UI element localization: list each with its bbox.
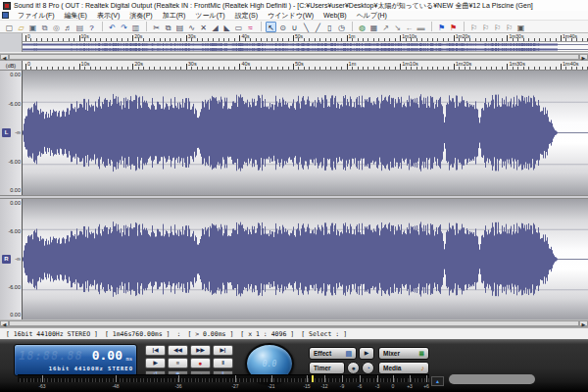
record-button[interactable]: ● bbox=[190, 358, 211, 368]
fast-forward-button[interactable]: ▶▶ bbox=[190, 345, 211, 356]
arrow-forward-icon[interactable]: ↗ bbox=[380, 22, 391, 32]
marker-prev-icon[interactable]: ⚐ bbox=[480, 22, 491, 32]
menu-window[interactable]: ウインドウ(W) bbox=[263, 11, 318, 21]
cut-wave-icon[interactable]: ✂ bbox=[151, 22, 162, 32]
menu-web[interactable]: Web(B) bbox=[318, 12, 352, 19]
stop-button[interactable]: ■ bbox=[168, 358, 188, 368]
marker-list-icon[interactable]: ▣ bbox=[515, 22, 526, 32]
toolbar-separator bbox=[431, 22, 432, 31]
media-grid-icon[interactable]: ▦ bbox=[368, 22, 379, 32]
history-icon[interactable]: ▥ bbox=[130, 22, 141, 32]
file-list-icon[interactable]: ▤ bbox=[74, 22, 85, 32]
arrow-back-icon[interactable]: ← bbox=[404, 22, 415, 32]
ruler-tick bbox=[400, 64, 401, 70]
save-as-icon[interactable]: ⧉ bbox=[39, 22, 50, 32]
marker-red-flag-icon[interactable]: ⚑ bbox=[448, 22, 459, 32]
menu-settings[interactable]: 設定(S) bbox=[230, 11, 263, 21]
meter-tick bbox=[390, 378, 391, 382]
meter-expand-button[interactable]: ▲ bbox=[431, 376, 444, 386]
scroll-right-icon[interactable]: ▶ bbox=[579, 320, 588, 326]
insert-silence-icon[interactable]: ▭ bbox=[233, 22, 244, 32]
fade-in-icon[interactable]: ◢ bbox=[210, 22, 220, 32]
ruler-tick bbox=[389, 67, 390, 70]
ruler-tick bbox=[502, 67, 503, 70]
mixer-button[interactable]: Mixer ≣ bbox=[378, 347, 429, 360]
editor-scroll-thumb[interactable] bbox=[9, 320, 579, 326]
ruler-tick bbox=[175, 38, 176, 41]
level-meter-scale bbox=[18, 374, 429, 382]
copy-wave-icon[interactable]: ⧉ bbox=[163, 22, 173, 32]
status-selection: [ Select : ] bbox=[301, 330, 347, 338]
ruler-tick bbox=[138, 38, 139, 41]
rewind-button[interactable]: ◀◀ bbox=[168, 345, 188, 356]
left-channel-waveform[interactable] bbox=[23, 71, 588, 195]
meter-tick bbox=[387, 378, 388, 382]
redo-icon[interactable]: ↷ bbox=[119, 22, 129, 32]
effect-button[interactable]: Effect ▤ bbox=[309, 347, 357, 360]
ruler-tick bbox=[427, 38, 428, 41]
menu-edit[interactable]: 編集(E) bbox=[60, 11, 92, 21]
pause-button[interactable]: ‖ bbox=[213, 358, 233, 368]
paste-mix-icon[interactable]: ∿ bbox=[186, 22, 197, 32]
ruler-tick bbox=[143, 67, 144, 70]
overview-scroll-thumb[interactable] bbox=[9, 54, 579, 60]
media-button[interactable]: Media ♪ bbox=[378, 362, 429, 374]
eraser-tool-icon[interactable]: ▯ bbox=[324, 22, 335, 32]
marker-first-icon[interactable]: ⚐ bbox=[468, 22, 479, 32]
open-audio-cd-icon[interactable]: ◎ bbox=[51, 22, 62, 32]
scroll-left-icon[interactable]: ◀ bbox=[0, 320, 9, 326]
clock-icon[interactable]: ◔ bbox=[362, 362, 374, 374]
timer-record-icon[interactable]: ● bbox=[347, 362, 360, 374]
zoom-tool-icon[interactable]: ⊙ bbox=[277, 22, 288, 32]
go-start-button[interactable]: |◀ bbox=[145, 345, 166, 356]
marker-next-icon[interactable]: ⚐ bbox=[492, 22, 503, 32]
menu-view[interactable]: 表示(V) bbox=[92, 11, 124, 21]
ruler-tick bbox=[347, 64, 348, 70]
web-publish-icon[interactable]: ◍ bbox=[357, 22, 368, 32]
meter-label: -48 bbox=[112, 383, 119, 389]
menu-file[interactable]: ファイル(F) bbox=[13, 11, 60, 21]
meter-tick bbox=[61, 378, 62, 382]
hand-tool-icon[interactable]: ∪ bbox=[289, 22, 300, 32]
menu-process[interactable]: 加工(R) bbox=[158, 11, 191, 21]
meter-tick bbox=[411, 378, 412, 382]
editor-time-ruler[interactable]: 010s20s30s40s50s1m1m10s1m20s1m30s1m40s bbox=[23, 61, 588, 71]
scroll-right-icon[interactable]: ▶ bbox=[579, 54, 588, 60]
right-waveform-canvas bbox=[23, 199, 588, 319]
line-tool-icon[interactable]: ╲ bbox=[301, 22, 312, 32]
delete-wave-icon[interactable]: ✕ bbox=[198, 22, 209, 32]
right-channel-waveform[interactable] bbox=[23, 199, 588, 319]
ruler-tick bbox=[378, 38, 379, 41]
play-button[interactable]: ▶ bbox=[145, 358, 166, 368]
editor-scrollbar[interactable]: ◀ ▶ bbox=[0, 319, 588, 327]
pointer-tool-icon[interactable]: ↖ bbox=[266, 22, 276, 32]
undo-icon[interactable]: ↶ bbox=[107, 22, 118, 32]
new-file-icon[interactable]: ▢ bbox=[4, 22, 15, 32]
pencil-tool-icon[interactable]: ╱ bbox=[313, 22, 323, 32]
scroll-left-icon[interactable]: ◀ bbox=[0, 54, 9, 60]
ruler-tick bbox=[132, 64, 133, 70]
time-tool-icon[interactable]: ◷ bbox=[336, 22, 347, 32]
overview-waveform[interactable] bbox=[23, 42, 588, 52]
overview-ruler[interactable]: 010s20s30s40s50s1m1m10s1m20s1m30s1m40s bbox=[23, 33, 588, 42]
paste-wave-icon[interactable]: ▤ bbox=[174, 22, 185, 32]
menu-help[interactable]: ヘルプ(H) bbox=[352, 11, 392, 21]
context-help-icon[interactable]: ? bbox=[86, 22, 97, 32]
overview-scrollbar[interactable]: ◀ ▶ bbox=[0, 53, 588, 61]
meter-tick bbox=[404, 378, 405, 382]
stop-block-icon[interactable]: ▬ bbox=[416, 22, 426, 32]
marker-blue-flag-icon[interactable]: ⚑ bbox=[436, 22, 447, 32]
marker-last-icon[interactable]: ⚐ bbox=[504, 22, 514, 32]
timer-button[interactable]: Timer bbox=[309, 362, 345, 374]
import-audio-icon[interactable]: ♬ bbox=[63, 22, 74, 32]
arrow-down-icon[interactable]: ↘ bbox=[392, 22, 403, 32]
effect-play-button[interactable]: ▶ bbox=[359, 347, 374, 360]
menu-tools[interactable]: ツール(T) bbox=[190, 11, 229, 21]
save-file-icon[interactable]: ▣ bbox=[27, 22, 38, 32]
fade-out-icon[interactable]: ◣ bbox=[221, 22, 232, 32]
normalize-icon[interactable]: ≈ bbox=[245, 22, 256, 32]
menu-play[interactable]: 演奏(P) bbox=[124, 11, 157, 21]
open-file-icon[interactable]: ▱ bbox=[16, 22, 26, 32]
go-end-button[interactable]: ▶| bbox=[213, 345, 233, 356]
jog-value: 0.0 bbox=[247, 360, 292, 368]
